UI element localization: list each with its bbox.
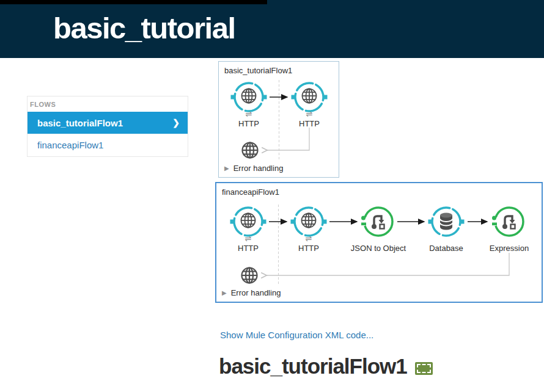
database-icon: [428, 205, 465, 242]
http-connector-icon: ⇌: [291, 80, 328, 118]
transformer-icon: [360, 205, 397, 242]
flow-node-label: HTTP: [238, 244, 259, 253]
sidebar-item-label: financeapiFlow1: [37, 140, 103, 150]
flow-node-expression[interactable]: Expression: [491, 205, 527, 242]
error-globe-icon: [240, 140, 260, 161]
http-connector-icon: ⇌: [290, 205, 327, 242]
flow-detail-heading: basic_tutorialFlow1: [219, 354, 433, 379]
flows-sidebar: FLOWS basic_tutorialFlow1 ❯ financeapiFl…: [27, 96, 188, 157]
exchange-icon: ⇌: [306, 109, 313, 118]
sidebar-item-label: basic_tutorialFlow1: [37, 118, 123, 128]
flow-connectors: [219, 62, 339, 177]
exchange-icon: ⇌: [246, 109, 252, 118]
error-globe-icon: [239, 265, 260, 286]
flow-node-http[interactable]: ⇌ HTTP: [230, 205, 266, 242]
http-connector-icon: ⇌: [230, 80, 267, 118]
flow-scope-icon: [415, 362, 433, 375]
flow-node-http[interactable]: ⇌ HTTP: [290, 205, 327, 242]
chevron-right-icon: ❯: [172, 118, 180, 128]
flow-node-label: HTTP: [238, 119, 259, 128]
flow-node-json-to-object[interactable]: JSON to Object: [360, 205, 397, 242]
flow-node-label: HTTP: [299, 119, 320, 128]
http-connector-icon: ⇌: [230, 205, 266, 242]
flow-detail-title: basic_tutorialFlow1: [219, 354, 407, 379]
exchange-icon: ⇌: [245, 234, 252, 242]
flows-section-label: FLOWS: [28, 96, 188, 112]
show-xml-code-link[interactable]: Show Mule Configuration XML code...: [220, 330, 373, 340]
flow-node-label: Expression: [490, 244, 529, 253]
app-title: basic_tutorial: [53, 11, 235, 45]
top-black-strip: [0, 0, 267, 4]
flow-node-label: HTTP: [298, 244, 319, 253]
exchange-icon: ⇌: [306, 234, 312, 242]
flow-node-database[interactable]: Database: [428, 205, 465, 242]
flow-node-http[interactable]: ⇌ HTTP: [230, 80, 267, 118]
flow-node-label: JSON to Object: [351, 244, 406, 253]
flow-node-label: Database: [429, 244, 463, 253]
app-header: basic_tutorial: [0, 0, 544, 58]
sidebar-item-financeapiflow1[interactable]: financeapiFlow1: [28, 134, 188, 156]
expression-transformer-icon: [491, 205, 527, 242]
flow-diagram-financeapiflow1[interactable]: financeapiFlow1 ⇌ HTTP: [215, 182, 543, 303]
flow-diagram-basic-tutorialflow1[interactable]: basic_tutorialFlow1 ⇌ HTTP: [218, 61, 339, 178]
sidebar-item-basic-tutorialflow1[interactable]: basic_tutorialFlow1 ❯: [28, 112, 188, 134]
flow-node-http[interactable]: ⇌ HTTP: [291, 80, 328, 118]
